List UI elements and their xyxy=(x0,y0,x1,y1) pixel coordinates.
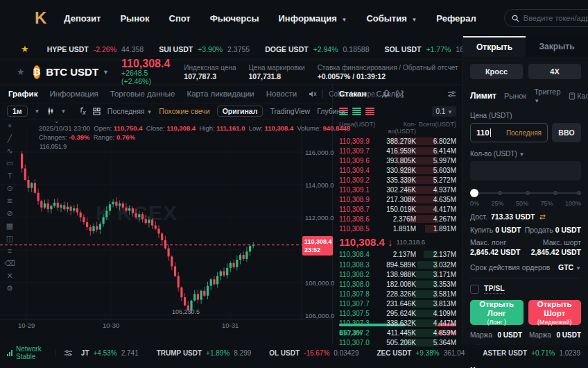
crosshair-icon[interactable]: ⌖ xyxy=(8,122,12,130)
nav-item-spot[interactable]: Спот xyxy=(169,13,191,24)
ask-row[interactable]: 110,309.4330.928K5.603M xyxy=(334,165,462,175)
bid-row[interactable]: 110,307.7231.646K3.813M xyxy=(334,299,462,308)
bid-row[interactable]: 110,308.0182.008K3.353M xyxy=(334,279,462,289)
bottom-ticker-item[interactable]: ASTER USDT+0.71%1.0239 xyxy=(483,349,580,357)
chart-tab-3[interactable]: Карта ликвидации xyxy=(187,90,254,98)
nav-item-info[interactable]: Информация ▼ xyxy=(279,13,347,24)
nav-item-market[interactable]: Рынок xyxy=(120,13,149,24)
bid-row[interactable]: 110,308.3894.589K3.032M xyxy=(334,260,462,269)
tif-select[interactable]: GTC ▼ xyxy=(558,263,581,271)
bid-row[interactable]: 110,307.2411.445K4.859M xyxy=(334,328,462,338)
grid-icon[interactable]: ▦ xyxy=(6,222,13,230)
similar-candles-link[interactable]: Похожие свечи xyxy=(159,107,209,115)
bbo-button[interactable]: BBO xyxy=(552,123,581,142)
text-icon[interactable]: T xyxy=(8,172,12,180)
bottom-ticker-item[interactable]: OL USDT-16.67%0.03429 xyxy=(269,349,358,357)
bid-row[interactable]: 110,308.42.137M2.137M xyxy=(334,250,462,260)
ask-row[interactable]: 110,309.2335.339K5.272M xyxy=(334,175,462,185)
price-input-value[interactable]: 110 xyxy=(476,128,491,137)
search-input[interactable] xyxy=(524,14,588,22)
tab-orderbook[interactable]: Стакан xyxy=(339,90,366,98)
ask-row[interactable]: 110,309.1302.246K4.937M xyxy=(334,185,462,194)
ask-row[interactable]: 110,309.9388.279K6.802M xyxy=(334,136,462,146)
tpsl-checkbox[interactable] xyxy=(470,285,479,294)
remove-icon[interactable]: ✕ xyxy=(6,272,12,280)
mode-original[interactable]: Оригинал xyxy=(217,106,263,117)
eraser-icon[interactable]: ⌫ xyxy=(4,260,15,267)
bottom-ticker-item[interactable]: ZEC USDT+9.38%361.04 xyxy=(377,349,465,357)
ask-row[interactable]: 110,308.51.891M1.891M xyxy=(334,224,462,234)
mute-speaker-icon[interactable] xyxy=(309,90,317,98)
ticker-item[interactable]: HYPE USDT-2.26%44.358 xyxy=(47,45,144,53)
interval-caret-icon[interactable]: ▼ xyxy=(35,108,40,115)
settings-icon[interactable]: ⚙ xyxy=(6,285,13,292)
precision-select[interactable]: 0.1 ▼ xyxy=(432,106,456,117)
ask-row[interactable]: 110,309.7416.959K6.414M xyxy=(334,146,462,156)
pair-dropdown-icon[interactable]: ▼ xyxy=(103,69,109,76)
bottom-ticker-item[interactable]: TRUMP USDT+1.89%8.299 xyxy=(157,349,252,357)
trendline-icon[interactable]: ╱ xyxy=(8,135,12,142)
open-short-button[interactable]: Открыть Шорт(Медвежий) xyxy=(528,300,582,325)
transfer-swap-icon[interactable] xyxy=(539,214,546,220)
wave-icon[interactable]: ∿ xyxy=(6,147,12,155)
favorites-star-icon[interactable]: ★ xyxy=(21,44,29,54)
view-asks-icon[interactable] xyxy=(365,108,374,115)
use-last-price-button[interactable]: Последняя xyxy=(506,129,542,137)
point-icon[interactable]: ⊙ xyxy=(6,185,12,192)
bid-row[interactable]: 110,307.8228.326K3.581M xyxy=(334,289,462,299)
token-search[interactable] xyxy=(504,9,588,27)
bid-row[interactable]: 110,307.5295.624K4.109M xyxy=(334,309,462,319)
bottom-ticker-item[interactable]: JT+4.53%2.741 xyxy=(81,349,139,357)
ask-row[interactable]: 110,309.6393.805K5.997M xyxy=(334,156,462,165)
order-type-trigger[interactable]: Триггер ▼ xyxy=(534,87,560,104)
orderbook-settings-icon[interactable] xyxy=(447,90,456,98)
tab-close[interactable]: Закрыть xyxy=(526,36,588,57)
rectangle-icon[interactable]: ▭ xyxy=(6,160,13,167)
chart-tab-2[interactable]: Торговые данные xyxy=(110,90,175,98)
chart-tab-0[interactable]: График xyxy=(8,90,37,98)
interval-select[interactable]: 1м xyxy=(7,106,28,117)
ticker-item[interactable]: SUI USDT+3.90%2.3755 xyxy=(159,45,250,53)
price-source-select[interactable]: Последняя ▼ xyxy=(107,107,153,115)
kcex-logo-icon[interactable]: K xyxy=(35,8,46,28)
slider-thumb[interactable] xyxy=(470,189,478,197)
indicators-fx-icon[interactable]: fx xyxy=(80,106,85,116)
tab-open[interactable]: Открыть xyxy=(463,36,526,57)
nav-item-deposit[interactable]: Депозит xyxy=(64,13,101,24)
quantity-input[interactable] xyxy=(470,161,581,181)
margin-mode-button[interactable]: Кросс xyxy=(470,64,523,79)
candle-style-caret-icon[interactable]: ▼ xyxy=(61,108,67,115)
ask-row[interactable]: 110,308.7150.019K4.417M xyxy=(334,205,462,215)
order-type-market[interactable]: Рынок xyxy=(504,92,526,100)
candle-style-icon[interactable] xyxy=(47,107,54,115)
open-long-button[interactable]: Открыть Лонг(Лонг ) xyxy=(470,300,524,325)
ask-row[interactable]: 110,308.62.376M4.267M xyxy=(334,215,462,224)
leverage-button[interactable]: 4X xyxy=(528,64,581,79)
price-input[interactable]: 110 Последняя xyxy=(470,123,548,142)
view-both-icon[interactable] xyxy=(339,108,348,115)
order-type-limit[interactable]: Лимит xyxy=(470,91,496,101)
layout-grid-icon[interactable] xyxy=(93,108,101,115)
tab-trades[interactable]: Сделки xyxy=(376,90,403,98)
nav-item-referral[interactable]: Реферал xyxy=(436,13,476,24)
chart-tab-1[interactable]: Информация xyxy=(49,90,98,98)
pair-favorite-icon[interactable]: ★ xyxy=(17,67,25,77)
nav-item-futures[interactable]: Фьючерсы xyxy=(210,13,259,24)
view-bids-icon[interactable] xyxy=(352,108,361,115)
ticker-item[interactable]: DOGE USDT+2.94%0.18588 xyxy=(265,45,369,53)
chart-tab-4[interactable]: Новости xyxy=(266,90,297,98)
ask-row[interactable]: 110,308.9217.308K4.635M xyxy=(334,195,462,205)
pattern-icon[interactable]: ≋ xyxy=(6,197,12,205)
candlestick-chart[interactable]: ⌄ 2025/10/31 23:00 Open: 110,750.4 Close… xyxy=(0,119,333,343)
nav-item-events[interactable]: События ▼ xyxy=(366,13,417,24)
chart-canvas[interactable] xyxy=(0,119,333,328)
compare-icon[interactable]: ◫ xyxy=(6,235,13,242)
mode-tradingview[interactable]: TradingView xyxy=(270,107,310,115)
bid-row[interactable]: 110,307.3338.632K4.447M xyxy=(334,319,462,328)
bid-row[interactable]: 110,307.0505.206K5.364M xyxy=(334,338,462,348)
calculator-link[interactable]: Кальк. xyxy=(569,92,588,100)
size-slider[interactable] xyxy=(470,190,581,196)
forbid-icon[interactable]: ⊘ xyxy=(6,210,12,217)
bid-row[interactable]: 110,308.2138.988K3.171M xyxy=(334,269,462,279)
list-icon[interactable]: ≡ xyxy=(8,247,12,255)
